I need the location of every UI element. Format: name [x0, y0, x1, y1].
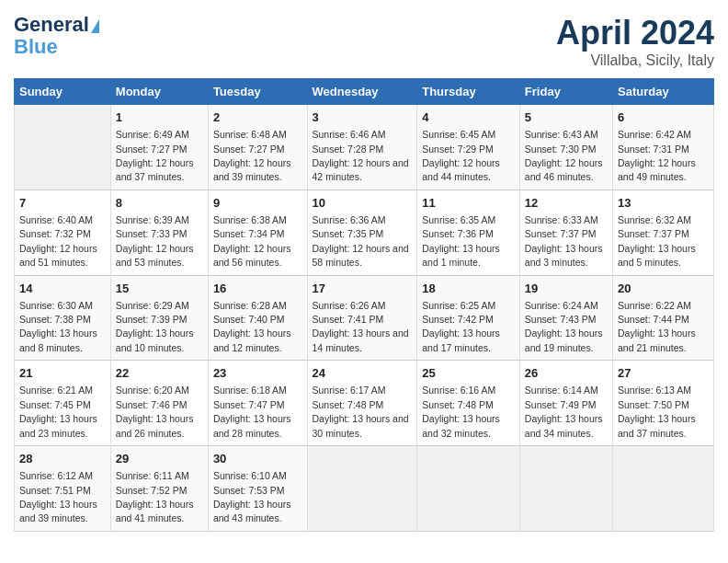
day-number: 24: [313, 365, 413, 382]
sunrise-text: Sunrise: 6:24 AM: [525, 300, 598, 311]
sunrise-text: Sunrise: 6:18 AM: [213, 385, 287, 396]
sunset-text: Sunset: 7:36 PM: [422, 228, 494, 239]
day-number: 26: [525, 365, 608, 382]
sunrise-text: Sunrise: 6:42 AM: [618, 129, 691, 140]
day-number: 29: [116, 451, 203, 467]
day-number: 9: [213, 195, 302, 212]
daylight-text: Daylight: 13 hours and 8 minutes.: [19, 327, 97, 352]
sunset-text: Sunset: 7:37 PM: [525, 228, 597, 239]
daylight-text: Daylight: 13 hours and 21 minutes.: [618, 327, 696, 352]
daylight-text: Daylight: 13 hours and 26 minutes.: [116, 413, 194, 438]
calendar-title: April 2024: [556, 14, 714, 52]
daylight-text: Daylight: 13 hours and 1 minute.: [422, 243, 500, 268]
header-sunday: Sunday: [15, 79, 111, 105]
sunset-text: Sunset: 7:53 PM: [213, 485, 285, 496]
calendar-cell: 27Sunrise: 6:13 AMSunset: 7:50 PMDayligh…: [613, 361, 714, 446]
sunset-text: Sunset: 7:40 PM: [213, 314, 285, 325]
day-number: 23: [213, 365, 302, 382]
sunrise-text: Sunrise: 6:38 AM: [213, 214, 287, 225]
header-saturday: Saturday: [613, 79, 714, 105]
page-header: General Blue April 2024 Villalba, Sicily…: [14, 14, 714, 69]
day-number: 5: [525, 109, 608, 126]
day-number: 27: [618, 365, 709, 382]
sunset-text: Sunset: 7:50 PM: [618, 399, 689, 410]
calendar-cell: 8Sunrise: 6:39 AMSunset: 7:33 PMDaylight…: [110, 190, 208, 275]
week-row-4: 21Sunrise: 6:21 AMSunset: 7:45 PMDayligh…: [15, 361, 714, 446]
sunset-text: Sunset: 7:42 PM: [422, 314, 494, 325]
header-wednesday: Wednesday: [307, 79, 417, 105]
daylight-text: Daylight: 13 hours and 12 minutes.: [213, 327, 291, 352]
sunset-text: Sunset: 7:37 PM: [618, 228, 689, 239]
daylight-text: Daylight: 12 hours and 44 minutes.: [422, 157, 500, 182]
day-number: 15: [116, 281, 203, 297]
sunset-text: Sunset: 7:48 PM: [313, 399, 384, 410]
calendar-cell: 24Sunrise: 6:17 AMSunset: 7:48 PMDayligh…: [307, 361, 417, 446]
calendar-cell: 17Sunrise: 6:26 AMSunset: 7:41 PMDayligh…: [307, 275, 417, 361]
daylight-text: Daylight: 13 hours and 14 minutes.: [313, 327, 409, 352]
header-tuesday: Tuesday: [208, 79, 307, 105]
daylight-text: Daylight: 13 hours and 37 minutes.: [618, 413, 696, 438]
daylight-text: Daylight: 12 hours and 51 minutes.: [19, 243, 97, 268]
sunrise-text: Sunrise: 6:35 AM: [422, 214, 495, 225]
calendar-cell: 19Sunrise: 6:24 AMSunset: 7:43 PMDayligh…: [519, 275, 612, 361]
daylight-text: Daylight: 13 hours and 43 minutes.: [213, 499, 291, 523]
calendar-cell: 5Sunrise: 6:43 AMSunset: 7:30 PMDaylight…: [519, 105, 612, 190]
sunset-text: Sunset: 7:41 PM: [313, 314, 384, 325]
sunrise-text: Sunrise: 6:11 AM: [116, 470, 189, 481]
daylight-text: Daylight: 12 hours and 39 minutes.: [213, 157, 291, 182]
sunset-text: Sunset: 7:47 PM: [213, 399, 285, 410]
sunset-text: Sunset: 7:30 PM: [525, 144, 597, 155]
header-monday: Monday: [110, 79, 208, 105]
logo-line1: General: [14, 13, 89, 36]
calendar-cell: 14Sunrise: 6:30 AMSunset: 7:38 PMDayligh…: [15, 275, 111, 361]
sunrise-text: Sunrise: 6:40 AM: [19, 214, 93, 225]
header-thursday: Thursday: [417, 79, 520, 105]
daylight-text: Daylight: 12 hours and 49 minutes.: [618, 157, 696, 182]
day-number: 19: [525, 281, 608, 297]
title-area: April 2024 Villalba, Sicily, Italy: [556, 14, 714, 69]
sunset-text: Sunset: 7:49 PM: [525, 399, 597, 410]
sunrise-text: Sunrise: 6:30 AM: [19, 300, 93, 311]
day-number: 1: [116, 109, 203, 126]
day-number: 16: [213, 281, 302, 297]
calendar-cell: 1Sunrise: 6:49 AMSunset: 7:27 PMDaylight…: [110, 105, 208, 190]
calendar-cell: 28Sunrise: 6:12 AMSunset: 7:51 PMDayligh…: [15, 446, 111, 532]
calendar-cell: 16Sunrise: 6:28 AMSunset: 7:40 PMDayligh…: [208, 275, 307, 361]
day-number: 10: [313, 195, 413, 212]
sunrise-text: Sunrise: 6:36 AM: [313, 214, 386, 225]
calendar-cell: 9Sunrise: 6:38 AMSunset: 7:34 PMDaylight…: [208, 190, 307, 275]
calendar-cell: 25Sunrise: 6:16 AMSunset: 7:48 PMDayligh…: [417, 361, 520, 446]
day-number: 8: [116, 195, 203, 212]
calendar-cell: 7Sunrise: 6:40 AMSunset: 7:32 PMDaylight…: [15, 190, 111, 275]
daylight-text: Daylight: 13 hours and 41 minutes.: [116, 499, 194, 523]
day-number: 2: [213, 109, 302, 126]
sunset-text: Sunset: 7:51 PM: [19, 485, 91, 496]
sunset-text: Sunset: 7:39 PM: [116, 314, 188, 325]
daylight-text: Daylight: 13 hours and 28 minutes.: [213, 413, 291, 438]
day-number: 3: [313, 109, 413, 126]
header-friday: Friday: [519, 79, 612, 105]
daylight-text: Daylight: 13 hours and 34 minutes.: [525, 413, 603, 438]
calendar-subtitle: Villalba, Sicily, Italy: [556, 52, 714, 69]
day-number: 21: [19, 365, 106, 382]
calendar-cell: 10Sunrise: 6:36 AMSunset: 7:35 PMDayligh…: [307, 190, 417, 275]
calendar-table: SundayMondayTuesdayWednesdayThursdayFrid…: [14, 78, 714, 532]
sunrise-text: Sunrise: 6:26 AM: [313, 300, 386, 311]
day-number: 11: [422, 195, 515, 212]
calendar-cell: 3Sunrise: 6:46 AMSunset: 7:28 PMDaylight…: [307, 105, 417, 190]
calendar-cell: 30Sunrise: 6:10 AMSunset: 7:53 PMDayligh…: [208, 446, 307, 532]
sunrise-text: Sunrise: 6:12 AM: [19, 470, 93, 481]
sunrise-text: Sunrise: 6:29 AM: [116, 300, 189, 311]
daylight-text: Daylight: 12 hours and 58 minutes.: [313, 243, 409, 268]
week-row-2: 7Sunrise: 6:40 AMSunset: 7:32 PMDaylight…: [15, 190, 714, 275]
sunset-text: Sunset: 7:27 PM: [116, 144, 188, 155]
sunrise-text: Sunrise: 6:21 AM: [19, 385, 93, 396]
sunset-text: Sunset: 7:48 PM: [422, 399, 494, 410]
calendar-cell: 29Sunrise: 6:11 AMSunset: 7:52 PMDayligh…: [110, 446, 208, 532]
day-number: 25: [422, 365, 515, 382]
logo-triangle-icon: [91, 19, 99, 33]
day-number: 12: [525, 195, 608, 212]
daylight-text: Daylight: 13 hours and 19 minutes.: [525, 327, 603, 352]
calendar-cell: 15Sunrise: 6:29 AMSunset: 7:39 PMDayligh…: [110, 275, 208, 361]
daylight-text: Daylight: 12 hours and 46 minutes.: [525, 157, 603, 182]
